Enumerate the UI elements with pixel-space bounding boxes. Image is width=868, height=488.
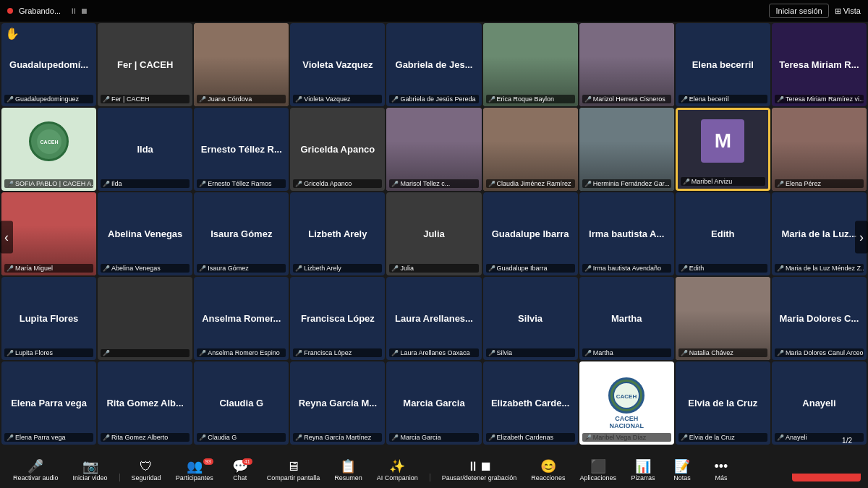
participant-tile-14: 🎤 Marisol Tellez c... [386,108,481,191]
participants-badge: 93 [203,458,213,465]
share-screen-button[interactable]: 🖥 Compartir pantalla [261,457,326,484]
participant-tile-4: Violeta Vazquez 🎤 Violeta Vazquez [290,23,385,106]
notes-button[interactable]: 📝 Notas [664,457,700,484]
share-icon: 🖥 [286,460,299,473]
notes-icon: 📝 [674,460,690,473]
participant-name: Guadalupe Ibarra [489,228,572,240]
participant-name: Francisca López [298,313,378,325]
participant-tile-21: Isaura Gómez 🎤 Isaura Gómez [194,192,289,275]
participant-tile-31: Francisca López 🎤 Francisca López [290,277,385,360]
participant-name: Lizbeth Arely [305,228,370,240]
participant-name: Julia [420,228,448,240]
participant-name: Edith [708,228,738,240]
participant-name: Gricelda Apanco [297,144,378,155]
participant-tile-26: Edith 🎤 Edith [676,192,770,275]
caceh-logo: CACEH CACEHNACIONAL [603,372,650,435]
participant-label: 🎤 Francisca López [293,348,382,357]
participant-tile-37: Elena Parra vega 🎤 Elena Parra vega [1,361,96,445]
participant-label: 🎤 Lupita Flores [4,348,93,357]
participant-label: 🎤 Maria de la Luz Méndez Z... [775,264,864,273]
participant-tile-41: Marcia Garcia 🎤 Marcia Garcia [386,361,481,445]
participant-tile-5: Gabriela de Jes... 🎤 Gabriela de Jesús P… [386,23,481,106]
prev-page-button[interactable]: ‹ [0,221,13,253]
participant-label: 🎤 Irma bautista Avendaño [582,264,671,273]
participant-name: Claudia G [216,398,266,409]
mute-audio-button[interactable]: 🎤 Reactivar audio [7,457,64,484]
boards-icon: 📊 [635,460,651,473]
participant-label: 🎤 Violeta Vazquez [293,95,382,103]
participant-tile-33: Silvia 🎤 Silvia [483,277,578,360]
participant-label: 🎤 Juana Córdova [197,95,286,103]
participant-tile-24: Guadalupe Ibarra 🎤 Guadalupe Ibarra [483,192,578,275]
participant-tile-29: 🎤 [98,277,192,360]
participant-name: Martha [608,313,645,325]
participant-tile-18: 🎤 Elena Pérez [772,108,867,191]
participant-tile-23: Julia 🎤 Julia [386,192,481,275]
participants-icon: 👥 [187,460,203,473]
more-button[interactable]: ••• Más [703,457,739,484]
participant-tile-39: Claudia G 🎤 Claudia G [194,361,289,445]
participant-name: Anselma Romer... [199,313,284,325]
summary-button[interactable]: 📋 Resumen [328,457,368,484]
participant-label: 🎤 Maribel Vega Díaz [582,433,671,442]
participant-tile-2: Fer | CACEH 🎤 Fer | CACEH [98,23,192,106]
reactions-button[interactable]: 😊 Reacciones [525,457,571,484]
recording-text: Grabando... [19,7,61,15]
participant-tile-19: 🎤 María Miguel [1,192,96,275]
ai-icon: ✨ [389,460,405,473]
participant-name: Guadalupedomí... [7,59,91,71]
participant-label: 🎤 Ernesto Téllez Ramos [197,179,286,188]
participant-label: 🎤 Maribel Arvizu [681,177,765,186]
participant-name: Rita Gomez Alb... [103,398,186,409]
svg-text:CACEH: CACEH [616,393,637,400]
view-button[interactable]: ⊞ Vista [835,7,861,16]
participant-label: 🎤 Guadalupedominguez [4,95,93,103]
participant-label: 🎤 Isaura Gómez [197,264,286,273]
participant-name: Fer | CACEH [114,59,176,71]
participant-label: 🎤 Marcia Garcia [389,433,478,442]
participant-name: Silvia [515,313,545,325]
participant-tile-42: Elizabeth Carde... 🎤 Elizabeth Cardenas [483,361,578,445]
participant-name: Elvia de la Cruz [685,398,760,409]
participant-tile-27: Maria de la Luz... 🎤 Maria de la Luz Mén… [772,192,867,275]
pause-recording-btn[interactable]: ⏸ [69,7,77,15]
participant-name: Violeta Vazquez [299,59,375,71]
participant-label: 🎤 Elena becerril [678,95,767,103]
chat-button[interactable]: 💬 Chat 41 [222,457,258,484]
boards-button[interactable]: 📊 Pizarras [625,457,661,484]
participant-tile-25: Irma bautista A... 🎤 Irma bautista Avend… [579,192,674,275]
participant-label: 🎤 Lizbeth Arely [293,264,382,273]
login-button[interactable]: Iniciar sesión [769,4,828,18]
participant-tile-6: 🎤 Erica Roque Baylon [483,23,578,106]
next-page-button[interactable]: › [855,221,868,253]
participant-label: 🎤 Claudia Jiménez Ramírez [486,179,575,188]
participant-tile-34: Martha 🎤 Martha [579,277,674,360]
apps-button[interactable]: ⬛ Aplicaciones [574,457,622,484]
participant-tile-8: Elena becerril 🎤 Elena becerril [676,23,770,106]
participant-label: 🎤 Julia [389,264,478,273]
security-icon: 🛡 [140,460,153,473]
participant-label: 🎤 Elizabeth Cardenas [486,433,575,442]
more-icon: ••• [714,460,728,473]
maribel-avatar: M [701,119,744,163]
participant-name: Maria Dolores C... [777,313,862,325]
participants-button[interactable]: 👥 Participantes 93 [170,457,219,484]
participant-tile-22: Lizbeth Arely 🎤 Lizbeth Arely [290,192,385,275]
record-button[interactable]: ⏸⏹ Pausar/detener grabación [436,457,523,484]
participant-label: 🎤 Elvia de la Cruz [678,433,767,442]
participant-name: Isaura Gómez [208,228,275,240]
security-button[interactable]: 🛡 Seguridad [126,457,167,484]
top-right-controls: Iniciar sesión ⊞ Vista [769,4,861,18]
participant-label: 🎤 Gabriela de Jesús Pereda [389,95,478,103]
stop-recording-btn[interactable]: ⏹ [80,7,88,15]
camera-icon: 📷 [82,460,98,473]
start-video-button[interactable]: 📷 Iniciar video [67,457,114,484]
ai-companion-button[interactable]: ✨ AI Companion [371,457,424,484]
participant-label: 🎤 Edith [678,264,767,273]
participant-tile-7: 🎤 Marizol Herrera Cisneros [579,23,674,106]
participant-label: 🎤 Abelina Venegas [101,264,190,273]
participant-label: 🎤 Elena Pérez [775,179,864,188]
participant-name: Maria de la Luz... [778,228,859,240]
participant-label: 🎤 Ilda [101,179,190,188]
participant-tile-32: Laura Arellanes... 🎤 Laura Arellanes Oax… [386,277,481,360]
